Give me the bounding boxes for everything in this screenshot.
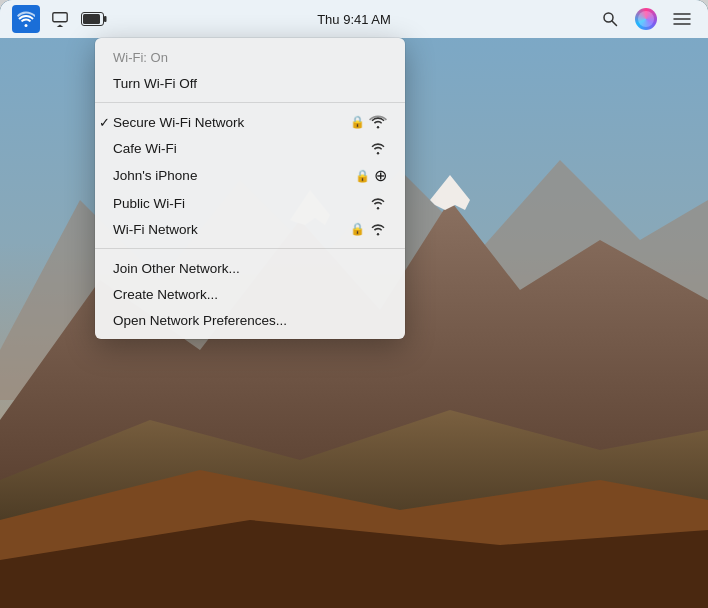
wifi-status-section: Wi-Fi: On Turn Wi-Fi Off [95,38,405,102]
network-icons-cafe [369,141,387,155]
menu-bar: Thu 9:41 AM [0,0,708,38]
network-icons-iphone: 🔒 ⊕ [355,166,387,185]
wifi-status-label: Wi-Fi: On [95,44,405,70]
hotspot-icon: ⊕ [374,166,387,185]
checkmark-icon: ✓ [99,115,110,130]
network-item-cafe[interactable]: Cafe Wi-Fi [95,135,405,161]
wifi-signal-cafe [369,141,387,155]
siri-menu-icon[interactable] [632,5,660,33]
network-icons-secure: 🔒 [350,115,387,129]
menubar-right [596,5,696,33]
lock-icon: 🔒 [350,115,365,129]
svg-rect-11 [104,16,107,22]
networks-section: ✓ Secure Wi-Fi Network 🔒 Cafe Wi-Fi [95,102,405,248]
screen-bezel: Thu 9:41 AM [0,0,708,608]
wifi-signal-public [369,196,387,210]
wifi-dropdown: Wi-Fi: On Turn Wi-Fi Off ✓ Secure Wi-Fi … [95,38,405,339]
menubar-time: Thu 9:41 AM [317,12,391,27]
search-menu-icon[interactable] [596,5,624,33]
wifi-toggle-button[interactable]: Turn Wi-Fi Off [95,70,405,96]
create-network-button[interactable]: Create Network... [95,281,405,307]
join-other-network-button[interactable]: Join Other Network... [95,255,405,281]
wifi-menu-icon[interactable] [12,5,40,33]
lock-icon-iphone: 🔒 [355,169,370,183]
network-icons-public [369,196,387,210]
svg-rect-12 [83,14,100,24]
svg-line-14 [612,21,617,26]
airplay-menu-icon[interactable] [46,5,74,33]
network-icons-wifi-network: 🔒 [350,222,387,236]
wifi-signal-full [369,115,387,129]
wifi-signal-wifi-network [369,222,387,236]
network-item-secure[interactable]: ✓ Secure Wi-Fi Network 🔒 [95,109,405,135]
network-item-public[interactable]: Public Wi-Fi [95,190,405,216]
battery-menu-icon[interactable] [80,5,108,33]
notification-center-icon[interactable] [668,5,696,33]
lock-icon-wifi: 🔒 [350,222,365,236]
open-network-preferences-button[interactable]: Open Network Preferences... [95,307,405,333]
svg-marker-9 [56,24,65,27]
svg-rect-8 [53,13,67,22]
network-item-wifi-network[interactable]: Wi-Fi Network 🔒 [95,216,405,242]
actions-section: Join Other Network... Create Network... … [95,248,405,339]
network-item-iphone[interactable]: John's iPhone 🔒 ⊕ [95,161,405,190]
menubar-left [12,5,596,33]
